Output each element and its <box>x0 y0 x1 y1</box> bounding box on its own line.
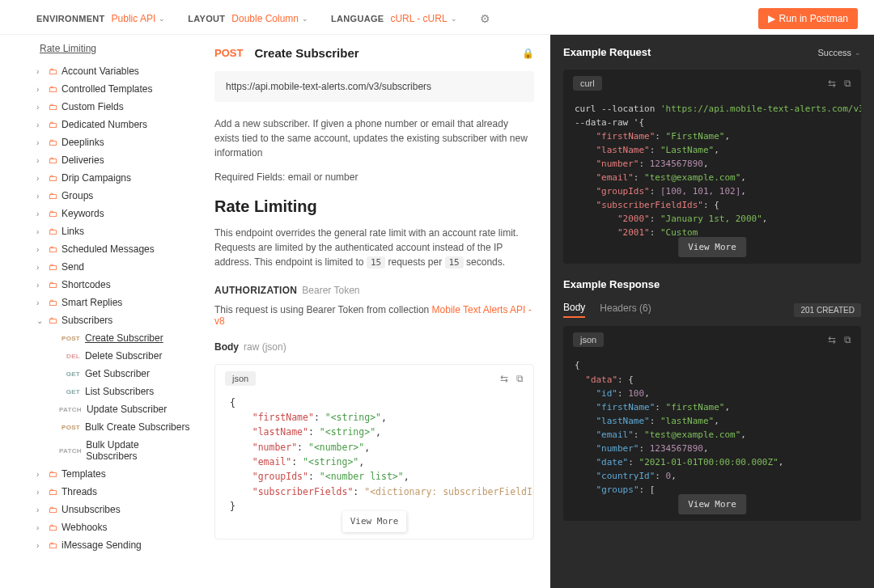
body-code: { "firstName": "<string>", "lastName": "… <box>215 392 533 539</box>
sidebar-sub-label: Bulk Update Subscribers <box>86 439 190 462</box>
sidebar-sub-item[interactable]: DELDelete Subscriber <box>59 347 190 365</box>
request-lang-badge: curl <box>573 76 602 91</box>
view-more-button[interactable]: View More <box>678 237 746 257</box>
sidebar-item[interactable]: ›🗀Controlled Templates <box>36 80 190 98</box>
chevron-right-icon: › <box>36 209 45 218</box>
folder-icon: 🗀 <box>49 137 57 147</box>
view-more-button[interactable]: View More <box>342 511 407 532</box>
sidebar-sub-item[interactable]: PATCHUpdate Subscriber <box>59 400 190 418</box>
sidebar-item[interactable]: ›🗀Groups <box>36 187 190 205</box>
authorization-description: This request is using Bearer Token from … <box>214 304 534 327</box>
sidebar-item-label: Deeplinks <box>62 137 104 148</box>
chevron-right-icon: › <box>36 470 45 479</box>
copy-icon[interactable]: ⧉ <box>516 373 524 384</box>
chevron-right-icon: › <box>36 281 45 290</box>
sidebar-item-label: Account Variables <box>62 66 139 77</box>
folder-icon: 🗀 <box>49 84 57 94</box>
folder-icon: 🗀 <box>49 280 57 290</box>
main-content: POST Create Subscriber 🔒 https://api.mob… <box>198 35 550 588</box>
tab-headers[interactable]: Headers (6) <box>600 302 651 317</box>
sidebar-item[interactable]: ⌄🗀Subscribers <box>36 311 190 329</box>
topbar: ENVIRONMENT Public API⌄ LAYOUT Double Co… <box>0 0 874 35</box>
sidebar-sub-item[interactable]: GETGet Subscriber <box>59 365 190 383</box>
copy-icon[interactable]: ⧉ <box>844 334 851 345</box>
sidebar-item[interactable]: ›🗀Unsubscribes <box>36 501 190 518</box>
sidebar-sub-label: List Subscribers <box>85 386 154 397</box>
sidebar-item[interactable]: ›🗀Drip Campaigns <box>36 169 190 187</box>
sidebar-item[interactable]: ›🗀Keywords <box>36 205 190 222</box>
view-more-button[interactable]: View More <box>678 494 746 514</box>
sidebar-item[interactable]: ›🗀Send <box>36 258 190 276</box>
gear-icon[interactable]: ⚙ <box>480 12 490 25</box>
environment-selector[interactable]: Public API⌄ <box>112 13 166 24</box>
sidebar-sub-item[interactable]: GETList Subscribers <box>59 383 190 400</box>
response-lang-badge: json <box>573 332 604 347</box>
request-code: curl --location 'https://api.mobile-text… <box>563 97 861 264</box>
sidebar-sub-item[interactable]: PATCHBulk Update Subscribers <box>59 436 190 465</box>
response-tabs: Body Headers (6) 201 CREATED <box>563 302 861 318</box>
sidebar-sub-item[interactable]: POSTCreate Subscriber <box>59 329 190 347</box>
run-in-postman-button[interactable]: ▶Run in Postman <box>758 8 858 29</box>
language-selector[interactable]: cURL - cURL⌄ <box>390 13 456 24</box>
sidebar-item[interactable]: ›🗀Links <box>36 222 190 240</box>
example-request-heading: Example Request <box>563 46 651 58</box>
sidebar-item-label: Deliveries <box>62 154 104 166</box>
sidebar-item-label: Smart Replies <box>62 297 122 308</box>
copy-icon[interactable]: ⧉ <box>844 78 851 89</box>
required-fields: Required Fields: email or number <box>214 170 534 184</box>
sidebar-item[interactable]: ›🗀Webhooks <box>36 518 190 536</box>
method-tag: DEL <box>59 353 80 360</box>
wrap-icon[interactable]: ⇆ <box>828 78 836 89</box>
chevron-right-icon: › <box>36 298 45 307</box>
sidebar-item[interactable]: ›🗀Custom Fields <box>36 98 190 116</box>
chevron-right-icon: › <box>36 263 45 272</box>
sidebar-item-label: Groups <box>62 190 93 201</box>
sidebar-section-link[interactable]: Rate Limiting <box>40 43 190 54</box>
sidebar-item[interactable]: ›🗀Dedicated Numbers <box>36 116 190 133</box>
request-code-block: curl ⇆⧉ curl --location 'https://api.mob… <box>563 70 861 264</box>
rate-limiting-heading: Rate Limiting <box>214 197 534 216</box>
sidebar-item-label: Shortcodes <box>62 279 111 290</box>
sidebar-item[interactable]: ›🗀Shortcodes <box>36 276 190 294</box>
example-request-selector[interactable]: Success⌄ <box>817 48 861 57</box>
lock-icon: 🔒 <box>522 48 534 59</box>
sidebar-item[interactable]: ›🗀Smart Replies <box>36 294 190 311</box>
sidebar-item[interactable]: ›🗀Scheduled Messages <box>36 240 190 258</box>
chevron-right-icon: › <box>36 523 45 532</box>
chevron-right-icon: › <box>36 138 45 147</box>
sidebar-item[interactable]: ›🗀Deliveries <box>36 151 190 169</box>
endpoint-title: Create Subscriber <box>254 46 359 60</box>
method-tag: POST <box>59 335 80 342</box>
layout-selector[interactable]: Double Column⌄ <box>231 13 308 24</box>
chevron-right-icon: › <box>36 192 45 201</box>
language-label: LANGUAGE <box>331 14 384 23</box>
sidebar-item-label: Custom Fields <box>62 101 124 112</box>
body-row: Bodyraw (json) <box>214 341 534 353</box>
wrap-icon[interactable]: ⇆ <box>500 373 508 384</box>
folder-icon: 🗀 <box>49 102 57 112</box>
folder-icon: 🗀 <box>49 262 57 272</box>
rate-limit-requests: 15 <box>367 256 385 269</box>
sidebar-item-label: Controlled Templates <box>62 83 153 95</box>
example-response-heading: Example Response <box>563 278 660 290</box>
sidebar-item[interactable]: ›🗀iMessage Sending <box>36 536 190 554</box>
sidebar-sub-item[interactable]: POSTBulk Create Subscribers <box>59 418 190 436</box>
chevron-down-icon: ⌄ <box>451 15 457 23</box>
sidebar-item-label: Templates <box>62 468 106 480</box>
layout-label: LAYOUT <box>188 14 225 23</box>
wrap-icon[interactable]: ⇆ <box>828 334 836 345</box>
authorization-row: AUTHORIZATIONBearer Token <box>214 285 534 296</box>
sidebar: Rate Limiting ›🗀Account Variables›🗀Contr… <box>0 35 198 588</box>
folder-icon: 🗀 <box>49 191 57 201</box>
method-tag: PATCH <box>59 447 81 455</box>
sidebar-item[interactable]: ›🗀Templates <box>36 465 190 483</box>
response-code: { "data": { "id": 100, "firstName": "fir… <box>563 353 861 520</box>
sidebar-item[interactable]: ›🗀Deeplinks <box>36 133 190 151</box>
folder-icon: 🗀 <box>49 522 57 532</box>
folder-icon: 🗀 <box>49 487 57 497</box>
endpoint-url: https://api.mobile-text-alerts.com/v3/su… <box>214 71 534 102</box>
tab-body[interactable]: Body <box>563 302 585 318</box>
chevron-right-icon: › <box>36 541 45 550</box>
sidebar-item[interactable]: ›🗀Account Variables <box>36 62 190 80</box>
sidebar-item[interactable]: ›🗀Threads <box>36 483 190 501</box>
